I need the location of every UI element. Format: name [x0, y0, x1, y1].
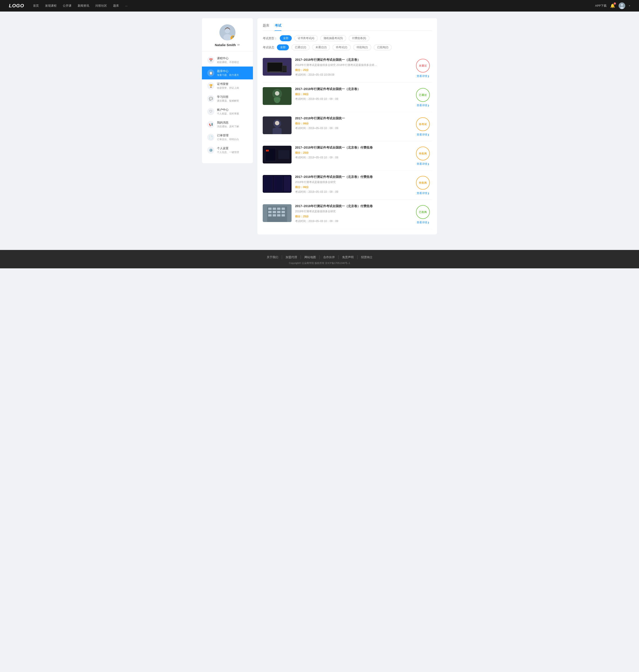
- filter-status-failed[interactable]: 未通过(2): [312, 44, 330, 50]
- exam-thumbnail: [263, 116, 292, 134]
- exam-detail-link[interactable]: 查看详情❯: [417, 191, 429, 195]
- nav-discover[interactable]: 发现课程: [45, 4, 57, 8]
- nav-qa[interactable]: 问答社区: [95, 4, 107, 8]
- exam-detail-link[interactable]: 查看详情❯: [417, 74, 429, 78]
- sidebar-item-subtitle: 海量习题、助力通关: [217, 74, 239, 77]
- exam-info: 2017–2018年行测证件考试全国统一（北京卷） 得分：99分 考试时间：20…: [295, 87, 410, 101]
- filter-status-all[interactable]: 全部: [277, 44, 289, 50]
- user-badge: 🏅: [231, 35, 235, 41]
- sidebar-item-settings[interactable]: ⚙️ 个人设置 个人信息、一键管理: [202, 144, 253, 157]
- filter-status-pending-review[interactable]: 待批阅(2): [353, 44, 371, 50]
- avatar-image: [619, 2, 625, 9]
- tab-exam[interactable]: 考试: [275, 23, 281, 31]
- footer-link-recruit[interactable]: 招贤纳士: [357, 255, 376, 259]
- sidebar-profile: 🏅 Natalie Smith ✏: [202, 18, 253, 51]
- exam-time: 考试时间：2019–05–03 10：09：09: [295, 190, 410, 194]
- sidebar-avatar: 🏅: [219, 25, 235, 41]
- svg-point-14: [275, 91, 279, 96]
- exam-detail-link[interactable]: 查看详情❯: [417, 162, 429, 166]
- tab-question-bank[interactable]: 题库: [263, 23, 269, 31]
- logo[interactable]: LOGO: [9, 3, 24, 9]
- thumb-svg: [263, 58, 292, 76]
- svg-rect-42: [273, 214, 276, 217]
- exam-time: 考试时间：2019–05–03 10：09：09: [295, 156, 410, 159]
- sidebar-item-text: 我的消息 消息通知、及时了解: [217, 121, 239, 128]
- exam-thumbnail: [263, 58, 292, 76]
- app-download-link[interactable]: APP下载: [595, 4, 607, 8]
- exam-title: 2017–2018年行测证件考试全国统一（北京卷）付费批卷: [295, 175, 410, 179]
- nav-news[interactable]: 新闻资讯: [78, 4, 89, 8]
- svg-point-22: [266, 150, 268, 151]
- filter-type-certificate[interactable]: 证书类考试(4): [294, 35, 318, 41]
- user-menu-chevron[interactable]: ▾: [629, 4, 630, 7]
- sidebar-item-subtitle: 个人权益、实时掌握: [217, 112, 239, 115]
- svg-rect-36: [282, 208, 285, 210]
- sidebar-item-orders[interactable]: 📄 订单管理 订单支出、明明白白: [202, 131, 253, 144]
- exam-thumbnail: [263, 204, 292, 222]
- svg-rect-23: [278, 150, 289, 159]
- sidebar-item-title: 订单管理: [217, 133, 239, 138]
- notification-bell[interactable]: 🔔: [610, 3, 615, 8]
- footer-link-about[interactable]: 关于我们: [263, 255, 282, 259]
- sidebar-item-text: 课程中心 精彩课程、不容错过: [217, 56, 239, 64]
- svg-rect-38: [273, 211, 276, 213]
- filter-type-row: 考试类型： 全部 证书类考试(4) 随机抽题考试(5) 付费批卷(6): [263, 35, 432, 41]
- user-avatar[interactable]: [619, 2, 625, 9]
- sidebar-item-account[interactable]: ♡ 账户中心 个人权益、实时掌握: [202, 105, 253, 118]
- exam-badge-passed: 已通过: [416, 88, 430, 102]
- sidebar-item-messages[interactable]: 📢 我的消息 消息通知、及时了解: [202, 118, 253, 131]
- nav-question-bank[interactable]: 题库: [113, 4, 119, 8]
- svg-rect-35: [277, 208, 280, 210]
- svg-rect-43: [277, 214, 280, 217]
- nav-more[interactable]: ···: [125, 4, 128, 7]
- svg-rect-44: [282, 214, 285, 217]
- exam-detail-link[interactable]: 查看详情❯: [417, 133, 429, 137]
- footer-link-sitemap[interactable]: 网站地图: [301, 255, 320, 259]
- svg-rect-39: [277, 211, 280, 213]
- exam-title: 2017–2018年行测证件考试全国统一（北京卷）付费批卷: [295, 204, 410, 208]
- exam-item: 2017–2018年行测证件考试全国统一（北京卷）付费批卷 得分：25分 考试时…: [263, 141, 432, 171]
- svg-rect-26: [264, 177, 272, 191]
- orders-icon: 📄: [207, 134, 214, 141]
- exam-item: 2017–2018年行测证件考试全国统一（北京卷） 2018年行测考试是最值得多…: [263, 53, 432, 83]
- filter-status-reviewed[interactable]: 已批阅(2): [374, 44, 392, 50]
- exam-detail-link[interactable]: 查看详情❯: [417, 103, 429, 107]
- filter-type-paid[interactable]: 付费批卷(6): [349, 35, 370, 41]
- sidebar-item-qa[interactable]: 💬 学习问答 课后重温、疑难解答: [202, 92, 253, 105]
- sidebar-menu: 📅 课程中心 精彩课程、不容错过 📋 题库中心 海量习题、助力通关 🏆 证书荣誉…: [202, 51, 253, 159]
- filter-type-random[interactable]: 随机抽题考试(5): [321, 35, 346, 41]
- sidebar-item-title: 我的消息: [217, 121, 239, 125]
- sidebar-item-text: 学习问答 课后重温、疑难解答: [217, 95, 239, 102]
- footer-link-agent[interactable]: 加盟代理: [282, 255, 301, 259]
- sidebar: 🏅 Natalie Smith ✏ 📅 课程中心 精彩课程、不容错过 📋 题库中…: [202, 18, 253, 163]
- sidebar-item-title: 题库中心: [217, 69, 239, 73]
- footer-link-disclaimer[interactable]: 免责声明: [339, 255, 357, 259]
- exam-badge-not-passed: 未通过: [416, 59, 430, 73]
- exam-score: 得分：99分: [295, 93, 410, 96]
- exam-status: 未通过 查看详情❯: [414, 58, 432, 78]
- nav-open-course[interactable]: 公开课: [63, 4, 72, 8]
- sidebar-item-question-bank[interactable]: 📋 题库中心 海量习题、助力通关: [202, 66, 253, 79]
- filter-type-all[interactable]: 全部: [280, 35, 292, 41]
- exam-detail-link[interactable]: 查看详情❯: [417, 221, 429, 224]
- edit-profile-icon[interactable]: ✏: [237, 43, 240, 47]
- sidebar-username: Natalie Smith: [215, 43, 236, 47]
- sidebar-item-subtitle: 课后重温、疑难解答: [217, 99, 239, 102]
- thumb-svg: [263, 204, 292, 222]
- filter-status-passed[interactable]: 已通过(2): [292, 44, 310, 50]
- nav-home[interactable]: 首页: [33, 4, 39, 8]
- thumb-svg: [263, 146, 292, 163]
- sidebar-item-course-center[interactable]: 📅 课程中心 精彩课程、不容错过: [202, 54, 253, 66]
- svg-rect-28: [274, 177, 282, 191]
- sidebar-item-text: 个人设置 个人信息、一键管理: [217, 146, 239, 154]
- filter-status-pending-exam[interactable]: 待考试(2): [332, 44, 350, 50]
- exam-list: 2017–2018年行测证件考试全国统一（北京卷） 2018年行测考试是最值得多…: [263, 53, 432, 229]
- sidebar-item-certificate[interactable]: 🏆 证书荣誉 收获荣誉、持证上岗: [202, 79, 253, 92]
- sidebar-item-subtitle: 收获荣誉、持证上岗: [217, 86, 239, 90]
- footer-link-partner[interactable]: 合作伙伴: [320, 255, 339, 259]
- navbar: LOGO 首页 发现课程 公开课 新闻资讯 问答社区 题库 ··· APP下载 …: [0, 0, 639, 12]
- sidebar-item-text: 题库中心 海量习题、助力通关: [217, 69, 239, 77]
- sidebar-item-text: 账户中心 个人权益、实时掌握: [217, 108, 239, 115]
- sidebar-item-title: 账户中心: [217, 108, 239, 112]
- exam-info: 2017–2018年行测证件考试全国统一（北京卷）付费批卷 得分：25分 考试时…: [295, 146, 410, 159]
